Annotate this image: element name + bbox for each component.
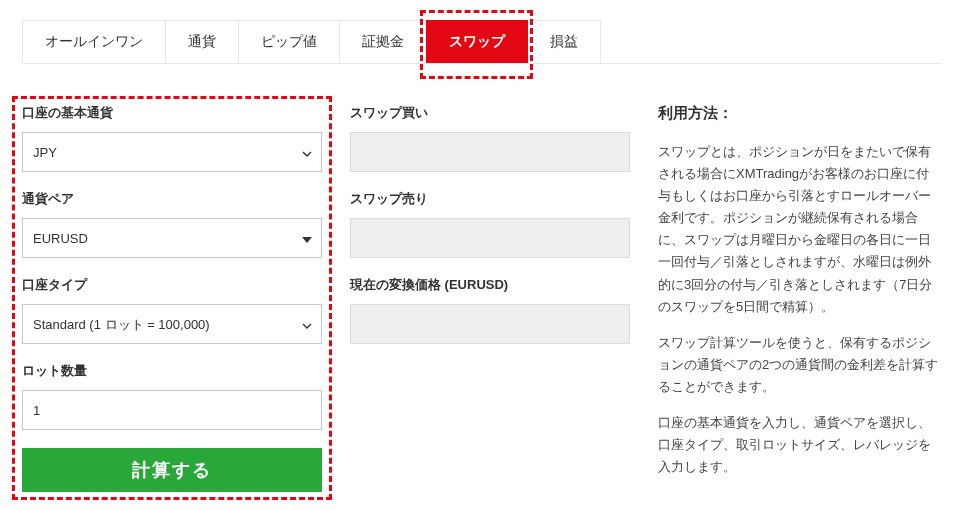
label-swap-buy: スワップ買い bbox=[350, 104, 630, 122]
label-account-type: 口座タイプ bbox=[22, 276, 322, 294]
tab-pl[interactable]: 損益 bbox=[527, 20, 601, 63]
output-swap-sell bbox=[350, 218, 630, 258]
tab-swap[interactable]: スワップ bbox=[426, 20, 528, 63]
select-base-currency[interactable]: JPY bbox=[22, 132, 322, 172]
output-swap-buy bbox=[350, 132, 630, 172]
howto-title: 利用方法： bbox=[658, 104, 942, 123]
label-pair: 通貨ペア bbox=[22, 190, 322, 208]
select-pair[interactable]: EURUSD bbox=[22, 218, 322, 258]
tabs: オールインワン 通貨 ピップ値 証拠金 スワップ 損益 bbox=[22, 20, 942, 64]
howto-column: 利用方法： スワップとは、ポジションが日をまたいで保有される場合にXMTradi… bbox=[658, 104, 942, 492]
output-column: スワップ買い スワップ売り 現在の変換価格 (EURUSD) bbox=[350, 104, 630, 492]
select-account-type[interactable]: Standard (1 ロット = 100,000) bbox=[22, 304, 322, 344]
tab-pip[interactable]: ピップ値 bbox=[238, 20, 340, 63]
form-left: 口座の基本通貨 JPY 通貨ペア EURUSD bbox=[22, 104, 322, 492]
label-base-currency: 口座の基本通貨 bbox=[22, 104, 322, 122]
howto-paragraph: スワップとは、ポジションが日をまたいで保有される場合にXMTradingがお客様… bbox=[658, 141, 942, 318]
label-conv-rate: 現在の変換価格 (EURUSD) bbox=[350, 276, 630, 294]
input-lot[interactable] bbox=[22, 390, 322, 430]
howto-paragraph: 口座の基本通貨を入力し、通貨ペアを選択し、口座タイプ、取引ロットサイズ、レバレッ… bbox=[658, 412, 942, 478]
howto-paragraph: スワップ計算ツールを使うと、保有するポジションの通貨ペアの2つの通貨間の金利差を… bbox=[658, 332, 942, 398]
tab-all-in-one[interactable]: オールインワン bbox=[22, 20, 166, 63]
calculate-button[interactable]: 計算する bbox=[22, 448, 322, 492]
label-lot: ロット数量 bbox=[22, 362, 322, 380]
tab-currency[interactable]: 通貨 bbox=[165, 20, 239, 63]
tab-margin[interactable]: 証拠金 bbox=[339, 20, 427, 63]
output-conv-rate bbox=[350, 304, 630, 344]
label-swap-sell: スワップ売り bbox=[350, 190, 630, 208]
